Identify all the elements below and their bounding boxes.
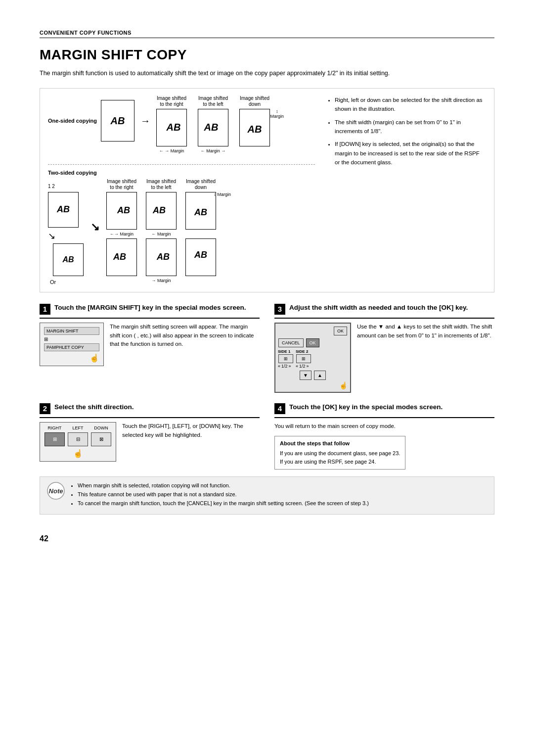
margin-label-2l: ← Margin [146,232,177,236]
step-3-block: 3 Adjust the shift width as needed and t… [274,303,494,393]
step-3-screen: OK CANCEL OK SIDE 1 ⊞ « 1/2 [274,323,351,393]
left-dir-btn[interactable]: ⊟ [68,432,88,446]
cancel-btn[interactable]: CANCEL [278,338,304,347]
note-box: Note When margin shift is selected, rota… [40,476,494,515]
margin-shift-btn[interactable]: MARGIN SHIFT [44,327,99,335]
right-label: RIGHT [44,425,65,430]
side2-group: SIDE 2 ⊞ « 1/2 » [296,349,312,369]
two-sided-down-doc: Image shifteddown AB ↕ Margin AB [185,179,216,276]
two-sided-down-text: AB [194,207,207,218]
right-arrow-icon: » [289,364,291,369]
margin-label-2d: ↕ Margin [214,192,231,197]
two-sided-left-rect: AB [146,192,177,230]
stacked-originals: 1 2 AB ↘ AB [48,184,84,276]
step-1-text: The margin shift setting screen will app… [110,323,260,349]
two-sided-row: 1 2 AB ↘ AB ↘ Image shifted [48,179,315,276]
step-3-nav-row: ▼ ▲ [278,370,348,380]
arrow-two-sided-icon: ↘ [90,221,99,234]
original-page2-text: AB [62,255,74,264]
margin-label-down: ↕Margin [270,109,284,119]
step-3-ui: OK CANCEL OK SIDE 1 ⊞ « 1/2 [274,323,351,393]
page-number: 42 [40,534,494,543]
step-4-number: 4 [274,403,285,414]
direction-buttons: ⊞ ⊟ ⊠ [44,432,112,447]
step-3-header: 3 Adjust the shift width as needed and t… [274,303,494,319]
two-sided-left-rect2: AB [146,238,177,276]
steps-grid: 1 Touch the [MARGIN SHIFT] key in the sp… [40,303,494,470]
one-sided-label: One-sided copying [48,118,97,124]
shifted-left-text: AB [204,122,219,133]
step-3-text: Use the ▼ and ▲ keys to set the shift wi… [357,323,494,340]
step-3-ok-cancel-row: OK [278,326,348,336]
two-sided-down-cap: Image shifteddown [186,179,216,190]
svg-text:Note: Note [49,487,63,495]
step-4-text: You will return to the main screen of co… [274,422,405,470]
shifted-left-rect: AB [198,109,228,146]
pamphlet-copy-btn[interactable]: PAMPHLET COPY [44,343,99,351]
one-sided-row: One-sided copying AB → Image shiftedto t… [48,95,315,146]
step-2-content: RIGHT LEFT DOWN ⊞ ⊟ ⊠ ☝ Touch the [RIGHT… [40,422,260,462]
up-btn[interactable]: ▲ [314,371,326,380]
step-3-sides-row: SIDE 1 ⊞ « 1/2 » SIDE 2 ⊞ [278,349,348,369]
two-sided-label: Two-sided copying [48,170,315,176]
finger-step1-icon: ☝ [89,353,99,363]
down-btn[interactable]: ▼ [300,371,312,380]
two-sided-right-rect: AB [106,192,137,230]
two-sided-right-rect2: AB [106,238,137,276]
section-label: CONVENIENT COPY FUNCTIONS [40,30,494,38]
step-2-header: 2 Select the shift direction. [40,403,260,418]
or-label: Or [50,279,315,285]
ok-btn-2[interactable]: OK [306,338,319,347]
step-2-block: 2 Select the shift direction. RIGHT LEFT… [40,403,260,470]
dashed-divider [48,164,315,165]
margin-label-2l2: → Margin [146,278,177,283]
side2-label: SIDE 2 [296,349,312,354]
step-4-block: 4 Touch the [OK] key in the special mode… [274,403,494,470]
two-sided-right-doc: Image shiftedto the right AB ←→ Margin A… [106,179,137,276]
original-doc: AB [101,100,134,142]
two-sided-right-text: AB [117,205,130,216]
about-line1: If you are using the document glass, see… [280,449,400,458]
two-sided-left-cap: Image shiftedto the left [146,179,176,190]
two-sided-down-text2: AB [194,250,207,260]
margin-shift-icon: ⊞ [44,336,48,342]
step-1-ui: MARGIN SHIFT ⊞ PAMPHLET COPY ☝ [40,323,104,366]
original-page1-text: AB [57,204,70,215]
shifted-down-cap: Image shifteddown [240,95,269,107]
step-1-title: Touch the [MARGIN SHIFT] key in the spec… [54,303,246,312]
side1-value: « 1/2 » [278,364,294,369]
finger-step3-icon: ☝ [339,381,348,389]
step-4-desc: You will return to the main screen of co… [274,422,405,431]
margin-label-right: ← → Margin [156,148,187,153]
step-1-header: 1 Touch the [MARGIN SHIFT] key in the sp… [40,303,260,319]
original-page1: AB [48,192,79,228]
note-icon: Note [47,482,65,500]
step-2-number: 2 [40,403,50,414]
note-bullet-1: When margin shift is selected, rotation … [78,482,369,489]
down-label: DOWN [90,425,112,430]
shifted-right-cap: Image shiftedto the right [157,95,186,107]
shifted-right-text: AB [167,122,181,133]
shifted-right-rect: AB [156,109,187,146]
side2-icon: ⊞ [296,354,311,363]
about-steps-title: About the steps that follow [280,439,400,448]
left-arrow-icon: « [278,364,280,369]
side1-group: SIDE 1 ⊞ « 1/2 » [278,349,294,369]
left-label: LEFT [67,425,89,430]
right-dir-btn[interactable]: ⊞ [44,432,65,446]
ok-btn[interactable]: OK [334,327,347,335]
about-line2: If you are using the RSPF, see page 24. [280,458,400,466]
diagram-box: One-sided copying AB → Image shiftedto t… [40,88,494,292]
shifted-right-doc: Image shiftedto the right AB ← → Margin [156,95,187,146]
arrow-down-right-icon: ↘ [48,231,55,241]
diagram-right: Right, left or down can be selected for … [323,95,486,285]
shifted-down-rect: AB [239,109,270,146]
diagram-bullets: Right, left or down can be selected for … [328,95,486,167]
down-dir-btn[interactable]: ⊠ [91,432,111,446]
step-1-content: MARGIN SHIFT ⊞ PAMPHLET COPY ☝ The margi… [40,323,260,366]
step-4-title: Touch the [OK] key in the special modes … [289,403,443,412]
page-numbers: 1 2 [48,184,55,189]
note-content: When margin shift is selected, rotation … [71,482,369,509]
step-3-cancel-ok-row: CANCEL OK [278,338,348,348]
step-4-header: 4 Touch the [OK] key in the special mode… [274,403,494,418]
